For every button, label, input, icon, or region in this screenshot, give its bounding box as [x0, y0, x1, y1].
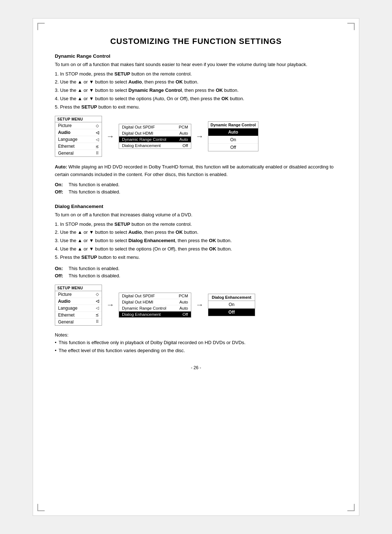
audio-item-label: Dialog Enhancement [122, 312, 161, 317]
option-off-2: Off [208, 309, 255, 316]
menu-item-label: General [58, 319, 74, 325]
options-title-2: Dialog Enhancement [208, 294, 255, 301]
setup-menu-label-1: SETUP MENU [55, 116, 102, 122]
audio-item-val: Off [183, 312, 188, 317]
step-item: 2. Use the ▲ or ▼ button to select Audio… [55, 229, 337, 236]
note-item-1: • This function is effective only in pla… [55, 339, 337, 346]
step-item: 3. Use the ▲ or ▼ button to select Dynam… [55, 87, 337, 94]
audio-item-label: Dynamic Range Control [122, 306, 166, 310]
notes-title: Notes: [55, 332, 337, 338]
audio-item-label: Digital Out SPDIF [122, 294, 155, 298]
step-item: 1. In STOP mode, press the SETUP button … [55, 221, 337, 228]
menu-item-label: Audio [58, 130, 70, 135]
ethernet-icon-1: ≾ [95, 144, 99, 149]
page-title: CUSTOMIZING THE FUNCTION SETTINGS [55, 37, 337, 46]
audio-item-drc-1: Dynamic Range Control Auto [119, 136, 191, 143]
notes-section: Notes: • This function is effective only… [55, 332, 337, 354]
auto-description: Auto: While playing an HD DVD recorded i… [55, 163, 337, 178]
diagram1: SETUP MENU Picture ◇ Audio ◁ Language ◁ … [55, 116, 337, 157]
on-description: On: This function is enabled. [55, 181, 337, 188]
section2-title: Dialog Enhancement [55, 204, 337, 209]
note-bullet-icon: • [55, 347, 57, 354]
audio-item-label: Digital Out HDMI [122, 131, 153, 135]
audio-item-label: Digital Out HDMI [122, 300, 153, 304]
audio-menu-box-1: Digital Out SPDIF PCM Digital Out HDMI A… [119, 124, 191, 149]
step-item: 4. Use the ▲ or ▼ button to select the o… [55, 95, 337, 103]
audio-item-val: Off [183, 143, 188, 148]
step-item: 4. Use the ▲ or ▼ button to select the o… [55, 245, 337, 253]
option-off-1: Off [208, 144, 258, 151]
general-icon-2: ⠿ [96, 319, 99, 324]
language-icon-2: ◁ [96, 306, 99, 310]
option-on-1: On [208, 136, 258, 144]
menu-item-picture-2: Picture ◇ [55, 291, 102, 298]
setup-menu-box-1: SETUP MENU Picture ◇ Audio ◁ Language ◁ … [55, 116, 102, 157]
audio-item-val: Auto [179, 137, 188, 142]
audio-item-spdif-1: Digital Out SPDIF PCM [119, 124, 191, 130]
audio-item-label: Dialog Enhancement [122, 143, 161, 148]
off-desc-text: This function is disabled. [69, 188, 120, 196]
picture-icon-2: ◇ [96, 292, 99, 297]
corner-tr [347, 23, 355, 30]
menu-item-label: Picture [58, 292, 72, 297]
corner-br [347, 504, 355, 511]
off-desc-text-2: This function is disabled. [69, 272, 120, 280]
off-description: Off: This function is disabled. [55, 188, 337, 196]
on-description-2: On: This function is enabled. [55, 265, 337, 272]
audio-item-drc-2: Dynamic Range Control Auto [119, 305, 191, 311]
page-number: - 26 - [55, 365, 337, 370]
menu-item-audio-1: Audio ◁ [55, 129, 102, 136]
audio-item-val: Auto [179, 131, 188, 135]
option-on-2: On [208, 301, 255, 309]
note-bullet-icon: • [55, 339, 57, 346]
options-box-2: Dialog Enhancement On Off [208, 294, 255, 316]
general-icon-1: ⠿ [96, 151, 99, 156]
corner-tl [37, 23, 45, 30]
audio-item-spdif-2: Digital Out SPDIF PCM [119, 293, 191, 299]
menu-item-label: Ethernet [58, 313, 74, 318]
section2-steps: 1. In STOP mode, press the SETUP button … [55, 221, 337, 261]
menu-item-language-2: Language ◁ [55, 305, 102, 312]
menu-item-label: Language [58, 306, 77, 311]
audio-item-hdmi-2: Digital Out HDMI Auto [119, 299, 191, 305]
options-title-1: Dynamic Range Control [208, 122, 258, 129]
audio-item-val: Auto [179, 300, 188, 304]
step-item: 5. Press the SETUP button to exit menu. [55, 254, 337, 261]
setup-menu-box-2: SETUP MENU Picture ◇ Audio ◁ Language ◁ … [55, 285, 102, 326]
audio-item-val: Auto [179, 306, 188, 310]
section-dialog-enhancement: Dialog Enhancement To turn on or off a f… [55, 204, 337, 326]
note-text-2: The effect level of this function varies… [59, 347, 185, 354]
step-item: 3. Use the ▲ or ▼ button to select Dialo… [55, 237, 337, 245]
page: CUSTOMIZING THE FUNCTION SETTINGS Dynami… [33, 18, 359, 516]
diagram2: SETUP MENU Picture ◇ Audio ◁ Language ◁ … [55, 285, 337, 326]
audio-item-hdmi-1: Digital Out HDMI Auto [119, 130, 191, 136]
section1-title: Dynamic Range Control [55, 53, 337, 59]
language-icon-1: ◁ [96, 137, 99, 142]
note-item-2: • The effect level of this function vari… [55, 347, 337, 354]
step-item: 2. Use the ▲ or ▼ button to select Audio… [55, 78, 337, 86]
ethernet-icon-2: ≾ [95, 313, 99, 317]
audio-item-label: Dynamic Range Control [122, 137, 166, 142]
section1-steps: 1. In STOP mode, press the SETUP button … [55, 70, 337, 111]
audio-icon-2: ◁ [96, 299, 99, 303]
arrow-2: → [196, 132, 204, 141]
menu-item-general-1: General ⠿ [55, 150, 102, 156]
arrow-4: → [196, 300, 204, 310]
setup-menu-label-2: SETUP MENU [55, 285, 102, 291]
step-item: 5. Press the SETUP button to exit menu. [55, 103, 337, 111]
menu-item-audio-2: Audio ◁ [55, 298, 102, 305]
step-item: 1. In STOP mode, press the SETUP button … [55, 70, 337, 78]
arrow-3: → [106, 300, 114, 310]
menu-item-picture-1: Picture ◇ [55, 122, 102, 129]
menu-item-general-2: General ⠿ [55, 319, 102, 325]
menu-item-language-1: Language ◁ [55, 136, 102, 143]
picture-icon-1: ◇ [96, 123, 99, 128]
audio-item-dialog-1: Dialog Enhancement Off [119, 143, 191, 148]
menu-item-label: Audio [58, 299, 70, 304]
menu-item-label: Ethernet [58, 144, 74, 149]
off-description-2: Off: This function is disabled. [55, 272, 337, 280]
audio-icon-1: ◁ [96, 130, 99, 135]
menu-item-label: Picture [58, 123, 72, 128]
menu-item-ethernet-2: Ethernet ≾ [55, 312, 102, 319]
option-auto-1: Auto [208, 129, 258, 136]
